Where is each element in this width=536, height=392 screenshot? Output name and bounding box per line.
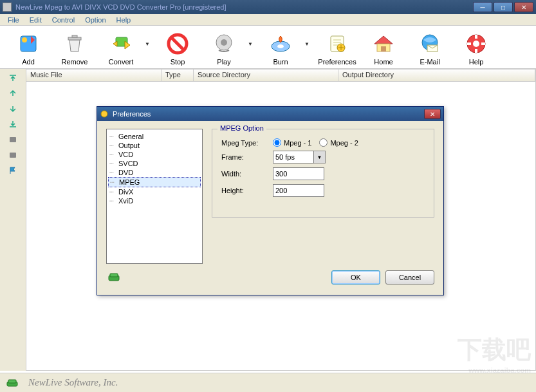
toolbar-burn[interactable]: Burn xyxy=(257,31,304,66)
svg-point-8 xyxy=(221,39,227,46)
home-icon xyxy=(371,31,396,57)
dialog-title: Preferences xyxy=(113,110,424,118)
tree-item-vcd[interactable]: VCD xyxy=(108,150,201,159)
tree-item-output[interactable]: Output xyxy=(108,141,201,150)
menubar: FileEditControlOptionHelp xyxy=(0,14,536,26)
maximize-button[interactable]: □ xyxy=(494,2,513,12)
toolbar-burn-dropdown[interactable]: ▼ xyxy=(304,31,310,57)
preferences-icon xyxy=(324,31,350,57)
toolbar-burn-label: Burn xyxy=(273,58,288,66)
svg-rect-2 xyxy=(68,37,81,40)
tree-item-mpeg[interactable]: MPEG xyxy=(108,177,201,187)
dialog-close-button[interactable]: ✕ xyxy=(424,109,441,119)
menu-edit[interactable]: Edit xyxy=(24,15,47,25)
dialog-titlebar: Preferences ✕ xyxy=(97,107,443,121)
mpeg-type-label: Mpeg Type: xyxy=(221,139,273,147)
svg-point-21 xyxy=(101,111,107,117)
tree-item-dvd[interactable]: DVD xyxy=(108,168,201,177)
svg-rect-3 xyxy=(72,35,77,37)
burn-icon xyxy=(268,31,293,57)
move-up-icon[interactable] xyxy=(6,87,19,100)
move-bottom-icon[interactable] xyxy=(6,118,19,131)
ok-button[interactable]: OK xyxy=(331,270,380,285)
svg-point-10 xyxy=(277,44,284,48)
minimize-button[interactable]: ─ xyxy=(473,2,492,12)
frame-dropdown-button[interactable]: ▼ xyxy=(314,151,326,163)
svg-rect-20 xyxy=(10,153,16,158)
close-button[interactable]: ✕ xyxy=(514,2,533,12)
width-input[interactable] xyxy=(273,167,324,180)
cancel-button[interactable]: Cancel xyxy=(385,270,434,285)
stop-icon xyxy=(165,31,190,57)
column-type[interactable]: Type xyxy=(162,70,194,81)
toolbar-stop-label: Stop xyxy=(171,58,185,66)
toolbar-stop[interactable]: Stop xyxy=(154,31,201,66)
frame-input[interactable] xyxy=(273,151,314,163)
help-icon xyxy=(463,31,489,57)
toolbar-add-label: Add xyxy=(22,58,35,66)
toolbar: AddRemoveConvert▼StopPlay▼Burn▼Preferenc… xyxy=(0,26,536,69)
list-header: Music File Type Source Directory Output … xyxy=(26,69,536,82)
svg-rect-19 xyxy=(10,137,16,142)
menu-file[interactable]: File xyxy=(3,15,24,25)
radio-mpeg2-label: Mpeg - 2 xyxy=(330,139,358,147)
svg-line-6 xyxy=(172,38,183,50)
height-input[interactable] xyxy=(273,184,324,197)
play-icon xyxy=(211,31,237,57)
strip-button-b[interactable] xyxy=(6,149,19,162)
radio-mpeg1-label: Mpeg - 1 xyxy=(284,139,311,147)
radio-mpeg2[interactable]: Mpeg - 2 xyxy=(319,138,358,147)
toolbar-convert-dropdown[interactable]: ▼ xyxy=(144,31,151,57)
toolbar-remove[interactable]: Remove xyxy=(51,31,98,66)
toolbar-add[interactable]: Add xyxy=(5,31,51,66)
radio-mpeg1[interactable]: Mpeg - 1 xyxy=(273,138,311,147)
toolbar-help[interactable]: Help xyxy=(453,31,499,66)
dialog-icon xyxy=(100,109,109,118)
frame-label: Frame: xyxy=(221,153,273,161)
preferences-tree[interactable]: GeneralOutputVCDSVCDDVDMPEGDivXXviD xyxy=(106,129,203,264)
toolbar-play-dropdown[interactable]: ▼ xyxy=(247,31,254,57)
flag-icon[interactable] xyxy=(6,164,19,177)
svg-rect-25 xyxy=(8,380,16,383)
convert-icon xyxy=(108,31,134,57)
toolbar-remove-label: Remove xyxy=(62,58,88,66)
toolbar-email-label: E-Mail xyxy=(420,58,439,66)
column-output-directory[interactable]: Output Directory xyxy=(338,70,535,81)
toolbar-convert[interactable]: Convert xyxy=(98,31,144,66)
preferences-dialog: Preferences ✕ GeneralOutputVCDSVCDDVDMPE… xyxy=(97,106,444,295)
left-sidebar xyxy=(0,69,26,371)
tree-item-divx[interactable]: DivX xyxy=(108,187,201,196)
column-music-file[interactable]: Music File xyxy=(26,70,162,81)
toolbar-play[interactable]: Play xyxy=(201,31,247,66)
menu-option[interactable]: Option xyxy=(80,15,111,25)
tree-item-xvid[interactable]: XviD xyxy=(108,196,201,205)
app-icon xyxy=(3,3,12,12)
toolbar-preferences[interactable]: Preferences xyxy=(314,31,360,66)
menu-control[interactable]: Control xyxy=(47,15,80,25)
svg-point-1 xyxy=(22,37,27,42)
width-label: Width: xyxy=(221,170,273,178)
svg-rect-14 xyxy=(381,46,386,51)
tree-item-general[interactable]: General xyxy=(108,132,201,141)
toolbar-home-label: Home xyxy=(374,58,393,66)
column-source-directory[interactable]: Source Directory xyxy=(194,70,338,81)
footer-logo-icon xyxy=(5,376,19,390)
email-icon xyxy=(417,31,443,57)
menu-help[interactable]: Help xyxy=(111,15,136,25)
move-down-icon[interactable] xyxy=(6,102,19,115)
toolbar-play-label: Play xyxy=(217,58,230,66)
panel-legend: MPEG Option xyxy=(217,124,266,132)
strip-button-a[interactable] xyxy=(6,133,19,146)
window-titlebar: NewLive Mpeg to AVI DIVX VCD DVD Convert… xyxy=(0,0,536,14)
toolbar-email[interactable]: E-Mail xyxy=(407,31,453,66)
height-label: Height: xyxy=(221,187,273,194)
svg-point-18 xyxy=(473,41,479,47)
svg-rect-23 xyxy=(110,274,118,277)
footer-text: NewLive Software, Inc. xyxy=(28,377,118,388)
toolbar-home[interactable]: Home xyxy=(360,31,407,66)
toolbar-preferences-label: Preferences xyxy=(318,58,356,66)
move-top-icon[interactable] xyxy=(6,71,19,84)
toolbar-help-label: Help xyxy=(469,58,484,66)
tree-item-svcd[interactable]: SVCD xyxy=(108,159,201,168)
mpeg-option-panel: MPEG Option Mpeg Type: Mpeg - 1 Mpeg - 2… xyxy=(212,129,434,218)
